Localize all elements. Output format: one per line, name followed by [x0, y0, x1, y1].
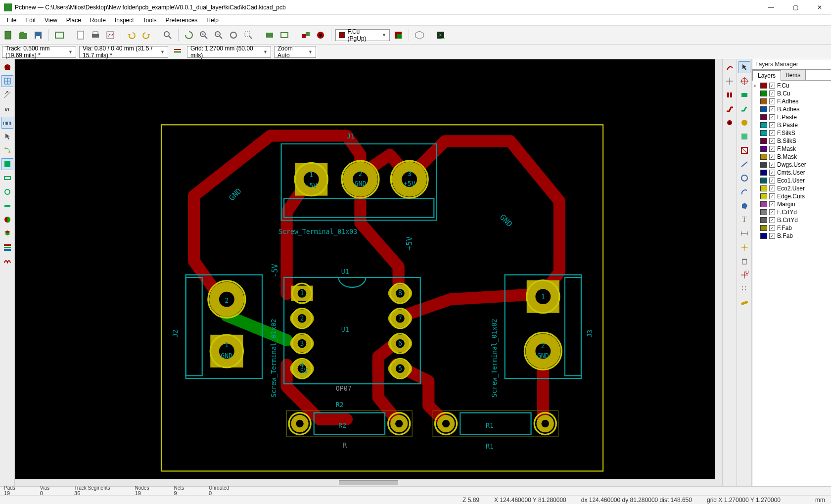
- layer-row[interactable]: ✓F.Adhes: [754, 97, 829, 105]
- page-settings-icon[interactable]: [74, 29, 87, 42]
- scripting-icon[interactable]: >_: [434, 29, 447, 42]
- layer-row[interactable]: ✓B.Mask: [754, 153, 829, 161]
- close-button[interactable]: ✕: [812, 2, 827, 13]
- add-arc-icon[interactable]: [739, 186, 750, 198]
- layer-row[interactable]: ✓B.Fab: [754, 232, 829, 240]
- layer-visible-checkbox[interactable]: ✓: [769, 91, 775, 96]
- layer-visible-checkbox[interactable]: ✓: [769, 130, 775, 136]
- board-setup-icon[interactable]: [53, 29, 66, 42]
- highlight-net-icon[interactable]: [724, 61, 736, 73]
- layer-row[interactable]: ✓Margin: [754, 200, 829, 208]
- high-contrast-icon[interactable]: [1, 214, 13, 226]
- layer-row[interactable]: ✓B.Paste: [754, 121, 829, 129]
- minimize-button[interactable]: —: [763, 2, 779, 13]
- add-keepout-icon[interactable]: [739, 144, 750, 156]
- open-icon[interactable]: [17, 29, 30, 42]
- layer-visible-checkbox[interactable]: ✓: [769, 83, 775, 89]
- layer-visible-checkbox[interactable]: ✓: [769, 114, 775, 120]
- add-circle-icon[interactable]: [739, 172, 750, 184]
- layer-visible-checkbox[interactable]: ✓: [769, 217, 775, 223]
- route-track-icon[interactable]: [724, 103, 736, 115]
- layer-pair-icon[interactable]: [392, 29, 405, 42]
- zoom-in-icon[interactable]: [197, 29, 210, 42]
- place-target-icon[interactable]: [739, 75, 750, 87]
- layer-visible-checkbox[interactable]: ✓: [769, 201, 775, 207]
- menu-preferences[interactable]: Preferences: [162, 16, 202, 25]
- layer-visible-checkbox[interactable]: ✓: [769, 185, 775, 191]
- layer-row[interactable]: ✓F.Paste: [754, 113, 829, 121]
- drc-icon[interactable]: [314, 29, 327, 42]
- menu-place[interactable]: Place: [62, 16, 85, 25]
- add-footprint-icon[interactable]: [724, 89, 736, 101]
- redo-icon[interactable]: [140, 29, 153, 42]
- via-size-combo[interactable]: Via: 0.80 / 0.40 mm (31.5 / 15.7 mils) *…: [79, 46, 168, 58]
- layer-row[interactable]: ✓Eco1.User: [754, 177, 829, 184]
- footprint-viewer-icon[interactable]: [278, 29, 291, 42]
- layer-visible-checkbox[interactable]: ✓: [769, 122, 775, 128]
- show-ratsnest-curved-icon[interactable]: [1, 144, 13, 156]
- 3d-viewer-icon[interactable]: [413, 29, 426, 42]
- layer-row[interactable]: ✓F.CrtYd: [754, 208, 829, 216]
- show-grid-icon[interactable]: [1, 75, 13, 87]
- layer-visible-checkbox[interactable]: ✓: [769, 178, 775, 183]
- footprint-editor-icon[interactable]: [263, 29, 276, 42]
- show-ratsnest-icon[interactable]: [1, 61, 13, 73]
- set-origin-icon[interactable]: 0: [739, 269, 750, 281]
- layer-row[interactable]: ✓Cmts.User: [754, 169, 829, 177]
- undo-icon[interactable]: [125, 29, 138, 42]
- zoom-selection-icon[interactable]: [242, 29, 255, 42]
- layer-visible-checkbox[interactable]: ✓: [769, 106, 775, 112]
- add-zone-icon[interactable]: [739, 131, 750, 142]
- delete-icon[interactable]: [739, 255, 750, 267]
- pcb-canvas[interactable]: J1 Screw_Terminal_01x03 1 -5V 2 GND: [15, 59, 722, 486]
- local-ratsnest-icon[interactable]: [724, 75, 736, 87]
- pad-outline-icon[interactable]: [1, 172, 13, 184]
- units-mm-icon[interactable]: mm: [1, 117, 13, 129]
- add-text-icon[interactable]: T: [739, 214, 750, 226]
- add-via-icon[interactable]: [724, 117, 736, 129]
- units-inch-icon[interactable]: in: [1, 103, 13, 115]
- layer-visible-checkbox[interactable]: ✓: [769, 233, 775, 239]
- add-dimension-icon[interactable]: [739, 228, 750, 239]
- menu-inspect[interactable]: Inspect: [111, 16, 138, 25]
- zoom-combo[interactable]: Zoom Auto▼: [274, 46, 316, 58]
- layer-visible-checkbox[interactable]: ✓: [769, 209, 775, 215]
- auto-track-width-icon[interactable]: [171, 46, 184, 58]
- add-line-icon[interactable]: [739, 158, 750, 170]
- add-track-icon[interactable]: [739, 103, 750, 115]
- plot-icon[interactable]: [104, 29, 117, 42]
- show-filled-zones-icon[interactable]: [1, 158, 13, 170]
- layer-row[interactable]: ✓B.Adhes: [754, 105, 829, 113]
- cursor-shape-icon[interactable]: [1, 131, 13, 142]
- layer-row[interactable]: ✓F.SilkS: [754, 129, 829, 137]
- layer-row[interactable]: ✓F.Fab: [754, 224, 829, 232]
- menu-route[interactable]: Route: [86, 16, 110, 25]
- microwave-toolbar-icon[interactable]: [1, 255, 13, 267]
- save-icon[interactable]: [32, 29, 45, 42]
- layer-visible-checkbox[interactable]: ✓: [769, 154, 775, 160]
- layer-visible-checkbox[interactable]: ✓: [769, 170, 775, 176]
- menu-tools[interactable]: Tools: [139, 16, 161, 25]
- tab-items[interactable]: Items: [781, 70, 806, 80]
- add-polygon-icon[interactable]: [739, 200, 750, 212]
- layer-visible-checkbox[interactable]: ✓: [769, 162, 775, 168]
- maximize-button[interactable]: ▢: [788, 2, 803, 13]
- zoom-out-icon[interactable]: [212, 29, 225, 42]
- layers-manager-icon[interactable]: [1, 241, 13, 253]
- layer-row[interactable]: ▸✓F.Cu: [754, 82, 829, 90]
- zoom-fit-icon[interactable]: [227, 29, 240, 42]
- find-icon[interactable]: [161, 29, 174, 42]
- select-tool-icon[interactable]: [739, 61, 750, 73]
- update-pcb-icon[interactable]: [299, 29, 312, 42]
- layer-visible-checkbox[interactable]: ✓: [769, 225, 775, 231]
- menu-file[interactable]: File: [3, 16, 20, 25]
- add-module-icon[interactable]: [739, 89, 750, 101]
- layer-visible-checkbox[interactable]: ✓: [769, 146, 775, 152]
- layer-visible-checkbox[interactable]: ✓: [769, 138, 775, 144]
- new-icon[interactable]: [2, 29, 15, 42]
- tab-layers[interactable]: Layers: [752, 70, 781, 81]
- track-outline-icon[interactable]: [1, 200, 13, 212]
- measure-icon[interactable]: [739, 297, 750, 309]
- layer-row[interactable]: ✓Eco2.User: [754, 184, 829, 192]
- canvas-scroll-h[interactable]: [15, 479, 722, 486]
